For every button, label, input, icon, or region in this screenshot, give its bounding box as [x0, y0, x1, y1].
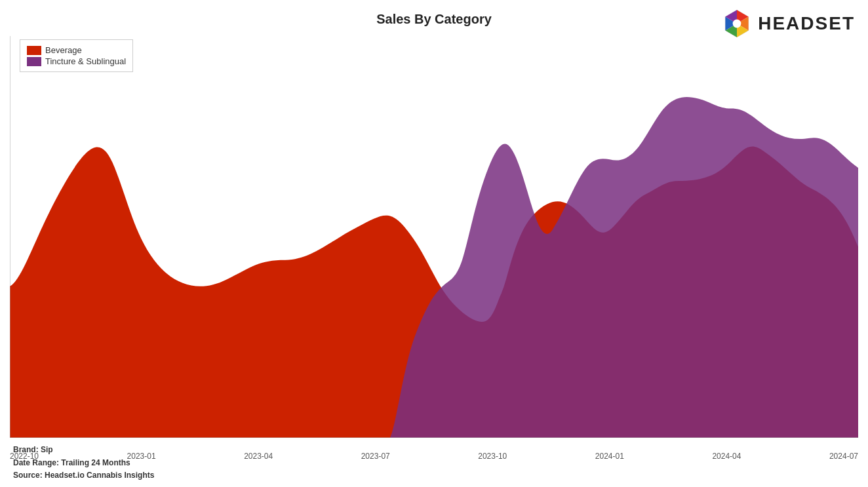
x-label-4: 2023-10: [478, 452, 507, 461]
daterange-value: Trailing 24 Months: [61, 458, 130, 467]
footer-daterange: Date Range: Trailing 24 Months: [13, 457, 154, 469]
logo: HEADSET: [721, 8, 855, 39]
page-container: HEADSET Sales By Category Beverage Tinct…: [0, 0, 868, 487]
x-label-3: 2023-07: [361, 452, 390, 461]
headset-logo-icon: [721, 8, 753, 39]
svg-point-7: [733, 20, 741, 28]
source-label: Source:: [13, 471, 43, 480]
brand-label: Brand:: [13, 445, 39, 454]
footer-source: Source: Headset.io Cannabis Insights: [13, 469, 154, 482]
chart-footer: Brand: Sip Date Range: Trailing 24 Month…: [13, 444, 154, 482]
x-label-5: 2024-01: [595, 452, 624, 461]
x-label-2: 2023-04: [244, 452, 273, 461]
chart-svg: [10, 36, 858, 438]
tincture-area: [390, 97, 858, 438]
x-label-6: 2024-04: [712, 452, 741, 461]
chart-area: [10, 36, 858, 438]
source-value: Headset.io Cannabis Insights: [45, 471, 154, 480]
daterange-label: Date Range:: [13, 458, 59, 467]
logo-text: HEADSET: [758, 13, 855, 34]
brand-value: Sip: [41, 445, 53, 454]
x-label-7: 2024-07: [829, 452, 858, 461]
footer-brand: Brand: Sip: [13, 444, 154, 456]
